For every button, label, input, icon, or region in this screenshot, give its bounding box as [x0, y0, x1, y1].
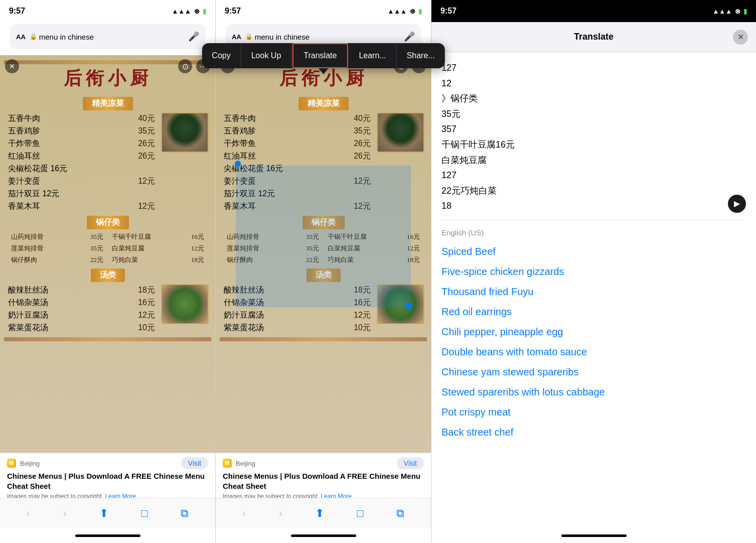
middle-menu-image: ✕ ⊙ ⋯ 后衔小厨 精美凉菜 五香牛肉40元 五香鸡胗35元 干炸带鱼26元 … — [216, 55, 431, 453]
cold-item-4: 红油耳丝 26元 — [4, 150, 159, 163]
raw-line-4: 35元 — [441, 106, 746, 122]
cold-dishes-section: 五香牛肉 40元 五香鸡胗 35元 干炸带鱼 26元 红油耳丝 26元 — [4, 112, 211, 213]
mid-font-size-toggle[interactable]: AA — [232, 33, 241, 41]
context-translate[interactable]: Translate — [292, 43, 348, 68]
cold-dish-thumb — [161, 112, 211, 213]
hotpot-section: 山药炖排骨35元 干锅千叶豆腐16元 莲菜炖排骨35元 白菜炖豆腐12元 锅仔酥… — [4, 231, 211, 265]
mid-search-text: menu in chinese — [255, 33, 310, 41]
close-btn[interactable]: ✕ — [5, 59, 19, 73]
left-address-bar[interactable]: AA 🔒 menu in chinese 🎤 — [10, 24, 205, 49]
translate-panel: 9:57 ▲▲▲ ⊛ ▮ Translate ✕ 127 12 》锅仔类 35元… — [431, 0, 756, 543]
mid-tabs-button[interactable]: ⧉ — [392, 503, 408, 524]
translate-close-button[interactable]: ✕ — [733, 30, 748, 45]
font-size-toggle[interactable]: AA — [16, 33, 26, 41]
mid-result-source: Beijing — [236, 460, 255, 467]
result-favicon: 链 — [7, 459, 16, 468]
battery-icon-mid: ▮ — [418, 8, 422, 15]
left-time: 9:57 — [9, 7, 25, 16]
visit-button[interactable]: Visit — [181, 457, 208, 469]
mid-forward-button[interactable]: › — [274, 503, 286, 524]
left-status-bar: 9:57 ▲▲▲ ⊛ ▮ — [0, 0, 215, 22]
translation-1: Spiced Beef — [441, 242, 746, 261]
signal-icon-mid: ▲▲▲ — [387, 8, 407, 15]
middle-status-icons: ▲▲▲ ⊛ ▮ — [387, 8, 422, 15]
selection-handle-top — [235, 161, 241, 167]
mid-bookmarks-button[interactable]: □ — [353, 503, 368, 524]
focus-icon[interactable]: ⊙ — [178, 59, 192, 73]
mid-back-button[interactable]: ‹ — [238, 503, 250, 524]
mid-home-bar — [291, 534, 356, 537]
middle-time: 9:57 — [225, 7, 241, 16]
mid-result-favicon: 链 — [223, 459, 232, 468]
play-button[interactable]: ▶ — [728, 195, 746, 213]
context-menu-container: Copy Look Up Translate Learn... Share... — [202, 43, 444, 74]
context-menu-bar: Copy Look Up Translate Learn... Share... — [202, 43, 444, 68]
search-bar[interactable]: 🔒 menu in chinese — [30, 33, 184, 41]
back-button[interactable]: ‹ — [23, 503, 34, 524]
cold-item-1: 五香牛肉 40元 — [4, 112, 159, 125]
mid-soup-section: 酸辣肚丝汤18元 什锦杂菜汤16元 奶汁豆腐汤12元 紫菜蛋花汤10元 — [220, 284, 427, 334]
signal-icon: ▲▲▲ — [172, 8, 191, 15]
mid-section1-header: 精美凉菜 — [298, 97, 349, 110]
translation-10: Back street chef — [441, 423, 746, 442]
home-bar — [75, 534, 140, 537]
middle-browser-nav: ‹ › ⬆ □ ⧉ — [216, 498, 431, 528]
cold-item-6: 姜汁变蛋 12元 — [4, 175, 159, 188]
translation-8: Stewed spareribs with lotus cabbage — [441, 382, 746, 401]
search-text: menu in chinese — [39, 33, 94, 41]
language-label: English (US) — [441, 228, 746, 237]
mid-search-bar[interactable]: 🔒 menu in chinese — [245, 33, 400, 41]
translate-content[interactable]: 127 12 》锅仔类 35元 357 千锅千叶豆腐16元 白菜炖豆腐 127 … — [431, 52, 756, 528]
result-source: Beijing — [20, 460, 40, 467]
translation-3: Thousand fried Fuyu — [441, 282, 746, 301]
wifi-icon-mid: ⊛ — [410, 8, 415, 15]
context-caret — [318, 68, 328, 74]
raw-line-1: 127 — [441, 60, 746, 76]
translation-4: Red oil earrings — [441, 302, 746, 321]
raw-line-3: 》锅仔类 — [441, 91, 746, 106]
raw-line-6: 千锅千叶豆腐16元 — [441, 137, 746, 153]
raw-line-8: 127 — [441, 168, 746, 183]
middle-search-result: 链 Beijing Visit Chinese Menus | Plus Dow… — [216, 453, 431, 498]
left-home-indicator — [0, 528, 215, 543]
mid-visit-button[interactable]: Visit — [397, 457, 424, 469]
left-phone-panel: 9:57 ▲▲▲ ⊛ ▮ AA 🔒 menu in chinese 🎤 ✕ ⊙ … — [0, 0, 216, 543]
context-copy[interactable]: Copy — [202, 43, 241, 68]
right-signal-icon: ▲▲▲ — [712, 8, 732, 15]
result-title: Chinese Menus | Plus Download A FREE Chi… — [7, 471, 208, 491]
context-share[interactable]: Share... — [397, 43, 445, 68]
translation-2: Five-spice chicken gizzards — [441, 262, 746, 281]
translation-7: Chinese yam stewed spareribs — [441, 362, 746, 381]
play-icon: ▶ — [734, 197, 740, 210]
middle-status-bar: 9:57 ▲▲▲ ⊛ ▮ — [216, 0, 431, 22]
right-status-icons: ▲▲▲ ⊛ ▮ — [712, 8, 747, 15]
mic-icon[interactable]: 🎤 — [188, 31, 199, 42]
cold-item-5: 尖椒松花蛋 16元 — [4, 163, 159, 175]
context-learn[interactable]: Learn... — [349, 43, 396, 68]
mid-cold-dishes: 五香牛肉40元 五香鸡胗35元 干炸带鱼26元 红油耳丝26元 尖椒松花蛋 16… — [220, 112, 427, 213]
forward-button[interactable]: › — [59, 503, 70, 524]
middle-home-indicator — [216, 528, 431, 543]
tabs-button[interactable]: ⧉ — [177, 503, 193, 524]
raw-line-2: 12 — [441, 76, 746, 91]
translate-header: Translate ✕ — [431, 22, 756, 52]
middle-phone-panel: 9:57 ▲▲▲ ⊛ ▮ AA 🔒 menu in chinese 🎤 Copy… — [216, 0, 431, 543]
context-lookup[interactable]: Look Up — [241, 43, 292, 68]
cold-item-3: 干炸带鱼 26元 — [4, 138, 159, 150]
right-home-bar — [561, 534, 627, 537]
left-menu-image: ✕ ⊙ ⋯ 后衔小厨 精美凉菜 五香牛肉 40元 五香鸡胗 35元 — [0, 55, 215, 453]
share-button[interactable]: ⬆ — [95, 503, 112, 524]
raw-text-block: 127 12 》锅仔类 35元 357 千锅千叶豆腐16元 白菜炖豆腐 127 … — [441, 60, 746, 220]
wifi-icon: ⊛ — [194, 8, 200, 15]
mid-mic-icon[interactable]: 🎤 — [404, 31, 415, 42]
raw-line-9: 22元巧炖白菜 — [441, 183, 746, 199]
translation-6: Double beans with tomato sauce — [441, 342, 746, 361]
bookmarks-button[interactable]: □ — [137, 503, 152, 524]
right-wifi-icon: ⊛ — [735, 8, 740, 15]
battery-icon: ▮ — [203, 8, 206, 15]
left-search-result: 链 Beijing Visit Chinese Menus | Plus Dow… — [0, 453, 215, 498]
close-icon: ✕ — [737, 33, 744, 42]
translate-title: Translate — [574, 32, 614, 42]
translation-9: Pot crispy meat — [441, 402, 746, 422]
mid-share-button[interactable]: ⬆ — [311, 503, 328, 524]
